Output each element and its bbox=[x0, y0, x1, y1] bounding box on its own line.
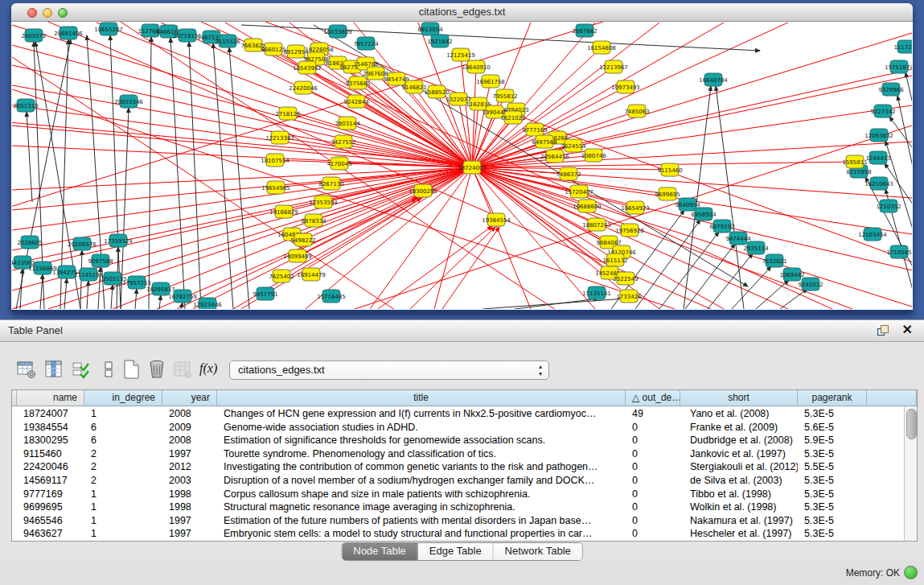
cell-out_degree[interactable]: 0 bbox=[626, 434, 680, 447]
citing-node[interactable]: 2651310 bbox=[13, 99, 38, 112]
cell-short[interactable]: Hescheler et al. (1997) bbox=[680, 527, 798, 541]
vertical-scrollbar[interactable] bbox=[904, 406, 917, 541]
table-row[interactable]: 2242004622012Investigating the contribut… bbox=[12, 460, 904, 474]
cell-in_degree[interactable]: 6 bbox=[84, 434, 162, 447]
cited-node[interactable]: 8878334 bbox=[301, 214, 326, 227]
citing-node[interactable]: 9245012 bbox=[798, 278, 823, 290]
cell-pagerank[interactable]: 5.3E-5 bbox=[798, 447, 867, 461]
citing-node[interactable]: 9329966 bbox=[878, 83, 904, 96]
cited-node[interactable]: 7486372 bbox=[556, 167, 581, 180]
edge[interactable] bbox=[12, 105, 472, 167]
cell-pagerank[interactable]: 5.9E-5 bbox=[798, 434, 867, 447]
cell-pagerank[interactable]: 5.3E-5 bbox=[798, 501, 867, 514]
column-header-title[interactable]: title bbox=[217, 390, 626, 406]
cell-name[interactable]: 9115460 bbox=[17, 447, 84, 461]
edge[interactable] bbox=[159, 295, 161, 309]
cited-node[interactable]: 2803144 bbox=[335, 117, 360, 130]
cited-node[interactable]: 18107554 bbox=[261, 154, 290, 167]
table-row[interactable]: 1456911722003Disruption of a novel membe… bbox=[12, 474, 904, 488]
cell-year[interactable]: 2008 bbox=[162, 434, 217, 447]
edge[interactable] bbox=[170, 38, 185, 309]
edge[interactable] bbox=[472, 69, 912, 167]
citing-node[interactable]: 2887662 bbox=[572, 24, 597, 37]
edge[interactable] bbox=[659, 232, 719, 309]
citing-node[interactable]: 1210352 bbox=[876, 200, 901, 212]
cell-out_degree[interactable]: 0 bbox=[626, 501, 680, 514]
edge[interactable] bbox=[87, 281, 88, 309]
cited-node[interactable]: 12213967 bbox=[599, 60, 628, 73]
cited-node[interactable]: 10688609 bbox=[573, 200, 602, 212]
citing-node[interactable]: 15751874 bbox=[885, 60, 912, 73]
cited-node[interactable]: 8267130 bbox=[318, 177, 343, 190]
column-header-pagerank[interactable]: pagerank bbox=[798, 390, 867, 406]
cell-pagerank[interactable]: 5.3E-5 bbox=[798, 488, 867, 501]
memory-status-icon[interactable] bbox=[904, 566, 918, 579]
edge[interactable] bbox=[708, 253, 753, 309]
cited-node[interactable]: 9777169 bbox=[522, 123, 547, 136]
tab-node-table[interactable]: Node Table bbox=[342, 543, 418, 560]
table-row[interactable]: 977716911998Corpus callosum shape and si… bbox=[12, 488, 904, 501]
close-panel-icon[interactable]: ✕ bbox=[902, 322, 913, 337]
cell-out_degree[interactable]: 0 bbox=[626, 421, 680, 435]
citing-node[interactable]: 17359324 bbox=[104, 234, 133, 247]
column-header-short[interactable]: short bbox=[680, 390, 798, 406]
cell-title[interactable]: Investigating the contribution of common… bbox=[217, 460, 626, 474]
cell-short[interactable]: Dudbridge et al. (2008) bbox=[680, 434, 798, 447]
cell-year[interactable]: 2008 bbox=[162, 407, 217, 421]
citing-node[interactable]: 6879197 bbox=[709, 220, 734, 233]
cell-short[interactable]: Yano et al. (2008) bbox=[680, 407, 798, 421]
edge[interactable] bbox=[64, 278, 67, 309]
edge[interactable] bbox=[12, 126, 472, 167]
cited-node[interactable]: 12213383 bbox=[265, 131, 294, 144]
cited-node[interactable]: 1733426 bbox=[616, 290, 642, 303]
cell-out_degree[interactable]: 0 bbox=[626, 460, 680, 474]
network-canvas[interactable]: 2405572206914061065528715276028466160107… bbox=[12, 22, 912, 309]
citing-node[interactable]: 1921842 bbox=[427, 35, 452, 47]
table-row[interactable]: 1872400712008Changes of HCN gene express… bbox=[12, 407, 904, 421]
cell-year[interactable]: 2009 bbox=[162, 421, 217, 435]
cell-year[interactable]: 1997 bbox=[162, 527, 217, 541]
cited-node[interactable]: 9375685 bbox=[345, 76, 370, 89]
edge[interactable] bbox=[12, 122, 466, 163]
cell-title[interactable]: Disruption of a novel member of a sodium… bbox=[217, 474, 626, 488]
function-builder-icon[interactable]: f(x) bbox=[199, 361, 220, 382]
edge[interactable] bbox=[40, 274, 43, 309]
column-header-year[interactable]: year bbox=[162, 390, 217, 406]
cited-node[interactable]: 16961758 bbox=[476, 75, 505, 88]
citing-node[interactable]: 20691406 bbox=[54, 27, 83, 39]
cell-pagerank[interactable]: 5.3E-5 bbox=[798, 407, 867, 421]
table-select-combobox[interactable]: citations_edges.txt ▴▾ bbox=[229, 360, 549, 380]
cell-in_degree[interactable]: 2 bbox=[84, 447, 162, 461]
tab-network-table[interactable]: Network Table bbox=[494, 543, 582, 560]
edge[interactable] bbox=[110, 35, 121, 309]
citing-node[interactable]: 9097588 bbox=[88, 254, 113, 267]
edge[interactable] bbox=[181, 303, 183, 309]
cited-node[interactable]: 1615132 bbox=[602, 253, 627, 266]
cited-node[interactable]: 19654985 bbox=[261, 181, 290, 194]
cell-pagerank[interactable]: 5.3E-5 bbox=[798, 474, 867, 488]
cell-short[interactable]: Tibbo et al. (1998) bbox=[680, 488, 798, 501]
cell-pagerank[interactable]: 5.6E-5 bbox=[798, 421, 867, 435]
cell-title[interactable]: Tourette syndrome. Phenomenology and cla… bbox=[217, 447, 626, 461]
edge[interactable] bbox=[906, 72, 912, 122]
column-header-name[interactable]: name bbox=[17, 390, 84, 406]
citing-node[interactable]: 8813054 bbox=[417, 23, 443, 35]
cited-node[interactable]: 9699695 bbox=[655, 187, 680, 200]
cell-title[interactable]: Estimation of the future numbers of pati… bbox=[217, 514, 626, 528]
citing-node[interactable]: 16033809 bbox=[323, 25, 352, 38]
cell-pagerank[interactable]: 5.5E-5 bbox=[798, 460, 867, 474]
citation-network-graph[interactable]: 2405572206914061065528715276028466160107… bbox=[12, 22, 912, 309]
cited-node[interactable]: 5498222 bbox=[290, 233, 315, 246]
edge[interactable] bbox=[12, 167, 472, 230]
cell-year[interactable]: 1997 bbox=[162, 447, 217, 461]
cell-title[interactable]: Embryonic stem cells: a model to study s… bbox=[217, 527, 626, 541]
delete-table-icon[interactable] bbox=[146, 359, 167, 380]
cell-name[interactable]: 18724007 bbox=[17, 407, 84, 421]
cell-title[interactable]: Structural magnetic resonance image aver… bbox=[217, 501, 626, 514]
cell-short[interactable]: Wolkin et al. (1998) bbox=[680, 501, 798, 514]
cell-pagerank[interactable]: 5.3E-5 bbox=[798, 527, 867, 541]
cell-title[interactable]: Estimation of significance thresholds fo… bbox=[217, 434, 626, 447]
cell-in_degree[interactable]: 1 bbox=[84, 407, 162, 421]
table-row[interactable]: 1830029562008Estimation of significance … bbox=[12, 434, 904, 447]
cell-short[interactable]: Jankovic et al. (1997) bbox=[680, 447, 798, 461]
